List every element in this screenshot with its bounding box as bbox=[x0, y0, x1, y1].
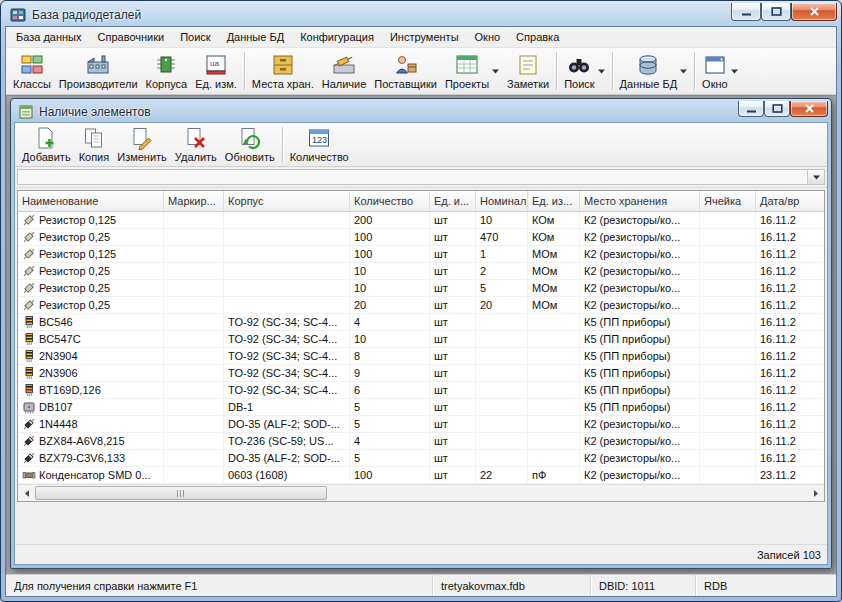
minimize-button[interactable] bbox=[731, 3, 761, 21]
table-row[interactable]: Конденсатор SMD 0...0603 (1608)100шт22пФ… bbox=[18, 467, 825, 484]
filter-combobox[interactable] bbox=[17, 169, 825, 185]
horizontal-scrollbar[interactable] bbox=[18, 484, 824, 501]
table-row[interactable]: Резистор 0,2520шт20МОмК2 (резисторы/ко..… bbox=[18, 297, 825, 314]
table-row[interactable]: Резистор 0,2510шт2МОмК2 (резисторы/ко...… bbox=[18, 263, 825, 280]
close-button[interactable] bbox=[791, 3, 837, 21]
table-row[interactable]: BT169D,126TO-92 (SC-34; SC-4...6штК5 (ПП… bbox=[18, 382, 825, 399]
toolbar-button-6[interactable]: Наличие bbox=[318, 50, 371, 92]
minimize-button[interactable] bbox=[738, 101, 764, 117]
cell-nominal bbox=[476, 399, 528, 415]
toolbar-button-10[interactable]: Поиск bbox=[560, 50, 608, 92]
statusbar-help: Для получения справки нажмите F1 bbox=[6, 575, 433, 596]
table-body: Резистор 0,125200шт10КОмК2 (резисторы/ко… bbox=[18, 212, 824, 484]
close-button[interactable] bbox=[790, 101, 828, 117]
child-toolbar-button-3[interactable]: Изменить bbox=[113, 125, 171, 164]
toolbar-button-8[interactable]: Проекты bbox=[441, 50, 503, 92]
table-row[interactable]: BC547CTO-92 (SC-34; SC-4...10штК5 (ПП пр… bbox=[18, 331, 825, 348]
toolbar-button-label: Поиск bbox=[564, 78, 594, 90]
cell-date: 16.11.2 bbox=[756, 382, 825, 398]
toolbar-button-9[interactable]: Заметки bbox=[503, 50, 553, 92]
toolbar-button-7[interactable]: Поставщики bbox=[370, 50, 441, 92]
table-row[interactable]: BZX84-A6V8,215TO-236 (SC-59; US...4штК2 … bbox=[18, 433, 825, 450]
column-header-package[interactable]: Корпус bbox=[224, 191, 350, 212]
main-toolbar: КлассыПроизводителиКорпусаuaЕд. изм.Мест… bbox=[6, 48, 836, 95]
toolbar-button-2[interactable]: Производители bbox=[55, 50, 142, 92]
toolbar-button-1[interactable]: Классы bbox=[9, 50, 55, 92]
cell-location: К2 (резисторы/ко... bbox=[580, 246, 700, 262]
table-row[interactable]: Резистор 0,125100шт1МОмК2 (резисторы/ко.… bbox=[18, 246, 825, 263]
maximize-button[interactable] bbox=[761, 3, 791, 21]
cell-cell bbox=[700, 399, 756, 415]
table-row[interactable]: Резистор 0,2510шт5МОмК2 (резисторы/ко...… bbox=[18, 280, 825, 297]
child-toolbar-button-content-5: Обновить bbox=[225, 126, 275, 163]
child-window-icon bbox=[18, 104, 34, 120]
child-toolbar-button-4[interactable]: Удалить bbox=[171, 125, 221, 164]
cell-marking bbox=[164, 246, 224, 262]
minimize-icon bbox=[746, 104, 757, 113]
table-row[interactable]: Резистор 0,125200шт10КОмК2 (резисторы/ко… bbox=[18, 212, 825, 229]
cell-package: TO-92 (SC-34; SC-4... bbox=[224, 314, 350, 330]
cell-location: К2 (резисторы/ко... bbox=[580, 416, 700, 432]
combo-dropdown-button[interactable] bbox=[807, 170, 824, 184]
menu-item-5[interactable]: Конфигурация bbox=[292, 27, 382, 47]
column-header-nominal_unit[interactable]: Ед. из... bbox=[528, 191, 580, 212]
column-header-location[interactable]: Место хранения bbox=[580, 191, 700, 212]
toolbar-button-content-12: Окно bbox=[702, 53, 728, 90]
toolbar-button-4[interactable]: uaЕд. изм. bbox=[191, 50, 241, 92]
menu-item-6[interactable]: Инструменты bbox=[382, 27, 467, 47]
menu-item-3[interactable]: Поиск bbox=[172, 27, 218, 47]
cell-nominal: 5 bbox=[476, 280, 528, 296]
menu-item-7[interactable]: Окно bbox=[467, 27, 509, 47]
menu-item-8[interactable]: Справка bbox=[508, 27, 567, 47]
menu-item-4[interactable]: Данные БД bbox=[219, 27, 292, 47]
column-header-date[interactable]: Дата/вр bbox=[756, 191, 825, 212]
child-toolbar-button-2[interactable]: Копия bbox=[75, 125, 114, 164]
toolbar-button-3[interactable]: Корпуса bbox=[142, 50, 192, 92]
table-row[interactable]: 2N3906TO-92 (SC-34; SC-4...9штК5 (ПП при… bbox=[18, 365, 825, 382]
menu-item-1[interactable]: База данных bbox=[8, 27, 90, 47]
cell-name: BT169D,126 bbox=[18, 382, 164, 398]
scroll-left-button[interactable] bbox=[18, 485, 35, 501]
dropdown-arrow-icon[interactable] bbox=[492, 69, 499, 74]
child-toolbar-button-1[interactable]: Добавить bbox=[18, 125, 75, 164]
resistor-icon bbox=[22, 281, 36, 295]
table-row[interactable]: 2N3904TO-92 (SC-34; SC-4...8штК5 (ПП при… bbox=[18, 348, 825, 365]
component-name: 1N4448 bbox=[39, 418, 78, 430]
child-toolbar-button-6[interactable]: 123Количество bbox=[286, 125, 353, 164]
component-name: BT169D,126 bbox=[39, 384, 101, 396]
table-row[interactable]: 1N4448DO-35 (ALF-2; SOD-...5штК2 (резист… bbox=[18, 416, 825, 433]
table-row[interactable]: BC546TO-92 (SC-34; SC-4...4штК5 (ПП приб… bbox=[18, 314, 825, 331]
column-header-nominal[interactable]: Номинал bbox=[476, 191, 528, 212]
dropdown-arrow-icon[interactable] bbox=[680, 69, 687, 74]
component-name: 2N3904 bbox=[39, 350, 78, 362]
column-header-name[interactable]: Наименование bbox=[18, 191, 164, 212]
maximize-button[interactable] bbox=[764, 101, 790, 117]
toolbar-button-12[interactable]: Окно bbox=[698, 50, 742, 92]
scroll-right-button[interactable] bbox=[807, 485, 824, 501]
column-header-qty[interactable]: Количество bbox=[350, 191, 430, 212]
cell-marking bbox=[164, 382, 224, 398]
scrollbar-track[interactable] bbox=[35, 485, 807, 501]
table-row[interactable]: Резистор 0,25100шт470КОмК2 (резисторы/ко… bbox=[18, 229, 825, 246]
toolbar-button-label: Удалить bbox=[175, 151, 217, 163]
app-titlebar[interactable]: База радиодеталей bbox=[1, 1, 841, 26]
table-row[interactable]: BZX79-C3V6,133DO-35 (ALF-2; SOD-...5штК2… bbox=[18, 450, 825, 467]
toolbar-button-5[interactable]: Места хран. bbox=[248, 50, 318, 92]
cell-nominal_unit: МОм bbox=[528, 263, 580, 279]
child-toolbar-button-content-6: 123Количество bbox=[290, 126, 349, 163]
menu-item-2[interactable]: Справочники bbox=[90, 27, 173, 47]
column-header-cell[interactable]: Ячейка bbox=[700, 191, 756, 212]
packages-icon bbox=[154, 53, 178, 77]
child-toolbar-button-5[interactable]: Обновить bbox=[221, 125, 279, 164]
dropdown-arrow-icon[interactable] bbox=[731, 69, 738, 74]
cell-location: К5 (ПП приборы) bbox=[580, 382, 700, 398]
app-icon bbox=[10, 7, 26, 23]
child-titlebar[interactable]: Наличие элементов bbox=[11, 99, 831, 122]
dropdown-arrow-icon[interactable] bbox=[598, 69, 605, 74]
table-row[interactable]: DB107DB-15штК5 (ПП приборы)16.11.2 bbox=[18, 399, 825, 416]
column-header-marking[interactable]: Маркир... bbox=[164, 191, 224, 212]
column-header-unit[interactable]: Ед. и... bbox=[430, 191, 476, 212]
toolbar-button-11[interactable]: Данные БД bbox=[616, 50, 691, 92]
toolbar-separator bbox=[694, 52, 695, 90]
scrollbar-thumb[interactable] bbox=[35, 486, 327, 500]
